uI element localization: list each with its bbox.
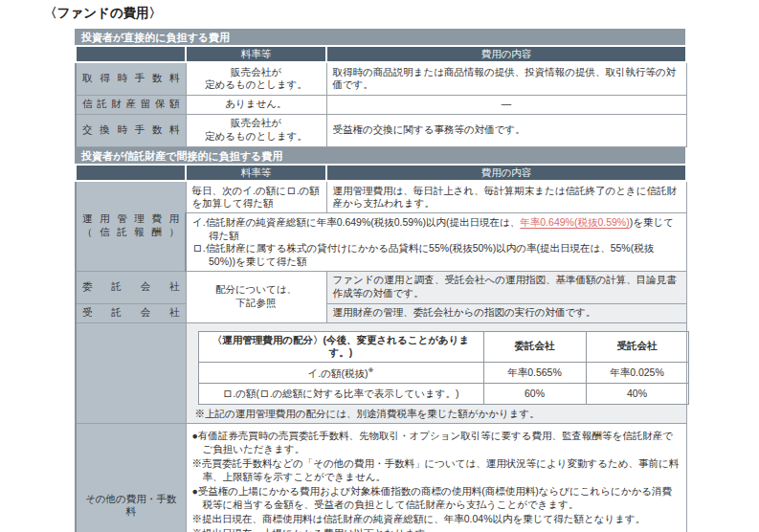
allocation-header-row: 〈運用管理費用の配分〉(今後、変更されることがあります。) 委託会社 受託会社 — [198, 331, 688, 362]
management-fee-allocation-table: 〈運用管理費用の配分〉(今後、変更されることがあります。) 委託会社 受託会社 … — [198, 331, 689, 405]
indirect-costs-table: 料率等 費用の内容 運用管理費用 （信託報酬） 毎日、次のイ.の額にロ.の額を加… — [75, 164, 687, 532]
fee-desc-retention: ― — [326, 95, 686, 114]
empty-label-cell — [76, 322, 186, 424]
fee-label-trustee: 受託会社 — [76, 303, 186, 322]
highlighted-rate: 年率0.649%(税抜0.59%) — [520, 216, 629, 228]
footnote-mark: ※ — [368, 366, 374, 373]
section-header-indirect: 投資者が信託財産で間接的に負担する費用 — [75, 147, 685, 164]
management-label-line1: 運用管理費用 — [82, 212, 179, 226]
other-fees-line: ※提出日現在、商標使用料は信託財産の純資産総額に、年率0.04%以内を乗じて得た… — [192, 513, 681, 526]
allocation-cell: 〈運用管理費用の配分〉(今後、変更されることがあります。) 委託会社 受託会社 … — [186, 322, 686, 424]
allocation-header-label: 〈運用管理費用の配分〉(今後、変更されることがあります。) — [198, 331, 483, 362]
other-fees-cell: ●有価証券売買時の売買委託手数料、先物取引・オプション取引等に要する費用、監査報… — [186, 424, 686, 532]
allocation-row-ro-trustor: 60% — [483, 383, 586, 404]
fee-desc-acquisition: 取得時の商品説明または商品情報の提供、投資情報の提供、取引執行等の対価です。 — [326, 62, 686, 95]
trustor-desc: ファンドの運用と調査、受託会社への運用指図、基準価額の計算、目論見書作成等の対価… — [326, 271, 686, 303]
column-header-rate: 料率等 — [186, 165, 326, 181]
fee-label-other: その他の費用・手数料 — [76, 424, 186, 532]
other-fees-line: ●受益権の上場にかかる費用および対象株価指数の商標の使用料(商標使用料)ならびに… — [192, 485, 681, 512]
fee-desc-exchange: 受益権の交換に関する事務等の対価です。 — [326, 114, 686, 146]
table-row: 取得時手数料 販売会社が 定めるものとします。 取得時の商品説明または商品情報の… — [76, 62, 686, 95]
fee-label-retention: 信託財産留保額 — [76, 95, 186, 114]
table-row: 運用管理費用 （信託報酬） 毎日、次のイ.の額にロ.の額を加算して得た額 運用管… — [76, 181, 686, 213]
header-empty-cell — [76, 165, 186, 181]
direct-header-row: 料率等 費用の内容 — [76, 46, 686, 62]
allocation-row-ro: ロ.の額(ロ.の総額に対する比率で表示しています。) 60% 40% — [198, 383, 688, 404]
page-title: 〈ファンドの費用〉 — [44, 5, 162, 22]
other-fees-line: ※提出日現在、上場にかかる費用は以下となります。 — [192, 527, 681, 532]
fee-rate-retention: ありません。 — [186, 95, 326, 114]
allocation-row-ro-trustee: 40% — [586, 383, 688, 404]
management-item-i: イ.信託財産の純資産総額に年率0.649%(税抜0.59%)以内(提出日現在は、… — [192, 216, 681, 242]
allocation-row-i-trustor: 年率0.565% — [483, 362, 586, 383]
allocation-header-trustor: 委託会社 — [483, 331, 586, 362]
table-row: 受託会社 運用財産の管理、委託会社からの指図の実行の対価です。 — [76, 303, 686, 322]
table-row: 信託財産留保額 ありません。 ― — [76, 95, 686, 114]
table-row: その他の費用・手数料 ●有価証券売買時の売買委託手数料、先物取引・オプション取引… — [76, 424, 686, 532]
table-row: 〈運用管理費用の配分〉(今後、変更されることがあります。) 委託会社 受託会社 … — [76, 322, 686, 424]
section-header-direct: 投資者が直接的に負担する費用 — [75, 29, 685, 45]
allocation-row-i-label: イ.の額(税抜)※ — [198, 362, 483, 383]
indirect-header-row: 料率等 費用の内容 — [76, 165, 686, 181]
fee-rate-exchange: 販売会社が 定めるものとします。 — [186, 114, 326, 146]
management-label-line2: （信託報酬） — [82, 226, 179, 239]
fee-rate-acquisition: 販売会社が 定めるものとします。 — [186, 62, 326, 95]
column-header-description: 費用の内容 — [326, 165, 686, 181]
other-fees-line: ※売買委託手数料などの「その他の費用・手数料」については、運用状況等により変動す… — [192, 457, 681, 484]
allocation-row-i-trustee: 年率0.025% — [586, 362, 688, 383]
fund-fees-document: 投資者が直接的に負担する費用 料率等 費用の内容 取得時手数料 販売会社が 定め… — [75, 29, 685, 532]
header-empty-cell — [76, 46, 186, 62]
management-item-ro: ロ.信託財産に属する株式の貸付けにかかる品貸料に55%(税抜50%)以内の率(提… — [192, 242, 681, 268]
allocation-header-trustee: 受託会社 — [586, 331, 688, 362]
column-header-rate: 料率等 — [186, 46, 326, 62]
management-rate: 毎日、次のイ.の額にロ.の額を加算して得た額 — [186, 181, 326, 213]
table-row: 交換時手数料 販売会社が 定めるものとします。 受益権の交換に関する事務等の対価… — [76, 114, 686, 146]
document-page: 〈ファンドの費用〉 投資者が直接的に負担する費用 料率等 費用の内容 取得時手数… — [0, 0, 759, 532]
management-desc: 運用管理費用は、毎日計上され、毎計算期末または信託終了のときに信託財産から支払わ… — [326, 181, 686, 213]
fee-label-management: 運用管理費用 （信託報酬） — [76, 181, 186, 272]
other-fees-line: ●有価証券売買時の売買委託手数料、先物取引・オプション取引等に要する費用、監査報… — [192, 430, 681, 456]
fee-label-exchange: 交換時手数料 — [76, 114, 186, 146]
allocation-reference-note: 配分については、 下記参照 — [186, 271, 326, 322]
management-rate-detail: イ.信託財産の純資産総額に年率0.649%(税抜0.59%)以内(提出日現在は、… — [186, 213, 686, 272]
table-row: 委託会社 配分については、 下記参照 ファンドの運用と調査、受託会社への運用指図… — [76, 271, 686, 303]
allocation-row-i: イ.の額(税抜)※ 年率0.565% 年率0.025% — [198, 362, 688, 383]
fee-label-trustor: 委託会社 — [76, 271, 186, 303]
column-header-description: 費用の内容 — [326, 46, 686, 62]
other-fees-lines: ●有価証券売買時の売買委託手数料、先物取引・オプション取引等に要する費用、監査報… — [192, 427, 681, 532]
direct-costs-table: 料率等 費用の内容 取得時手数料 販売会社が 定めるものとします。 取得時の商品… — [75, 45, 687, 147]
allocation-footnote: ※上記の運用管理費用の配分には、別途消費税率を乗じた額がかかります。 — [195, 408, 681, 421]
allocation-row-ro-label: ロ.の額(ロ.の総額に対する比率で表示しています。) — [198, 383, 483, 404]
fee-label-acquisition: 取得時手数料 — [76, 62, 186, 95]
trustee-desc: 運用財産の管理、委託会社からの指図の実行の対価です。 — [326, 303, 686, 322]
